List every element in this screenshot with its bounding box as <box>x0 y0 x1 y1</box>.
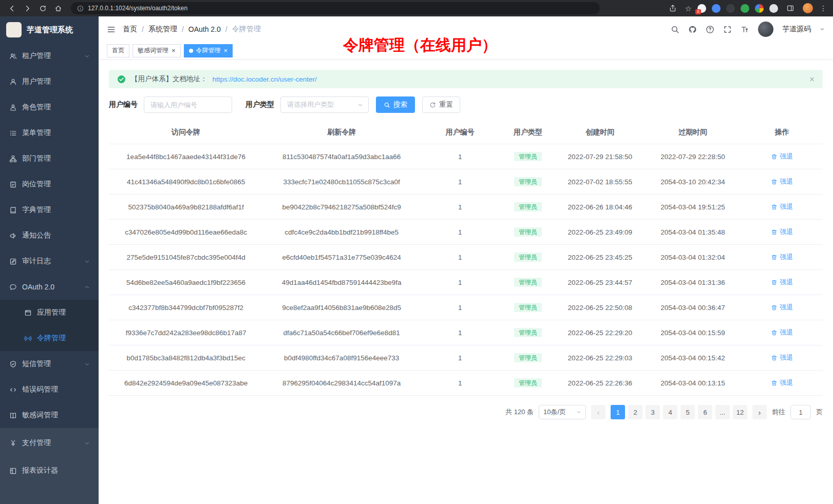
help-icon[interactable] <box>706 25 714 34</box>
expire-time-cell: 2054-03-04 01:31:36 <box>644 270 741 295</box>
browser-menu-icon[interactable]: ⋮ <box>819 4 828 12</box>
page-size-select[interactable]: 10条/页 <box>539 405 586 419</box>
force-logout-button[interactable]: 强退 <box>771 253 793 262</box>
user-id-input[interactable] <box>144 96 232 113</box>
tabs-bar: 首页 敏感词管理 × 令牌管理 × <box>99 42 833 60</box>
sensitive-icon <box>9 411 17 419</box>
back-icon[interactable] <box>5 2 18 15</box>
sidebar-item-menu[interactable]: 菜单管理 <box>0 120 99 146</box>
refresh-token-cell: 333ecfc71e02480cb11055c875c3ca0f <box>263 169 420 194</box>
force-logout-button[interactable]: 强退 <box>771 227 793 237</box>
force-logout-button[interactable]: 强退 <box>771 152 793 161</box>
extension-icon[interactable] <box>755 4 764 13</box>
breadcrumb-item[interactable]: 系统管理 <box>148 25 177 34</box>
user-type-badge: 管理员 <box>514 378 542 387</box>
fullscreen-icon[interactable] <box>723 25 732 34</box>
actions-cell: 强退 <box>742 195 823 219</box>
side-panel-icon[interactable] <box>784 2 797 15</box>
caret-down-icon[interactable] <box>820 27 825 32</box>
pager-page-button[interactable]: 6 <box>698 405 712 419</box>
search-button[interactable]: 搜索 <box>376 96 415 113</box>
page-content: 【用户体系】文档地址： https://doc.iocoder.cn/user-… <box>99 60 833 504</box>
sidebar-item-errorcode[interactable]: 错误码管理 <box>0 377 99 402</box>
browser-profile-avatar[interactable] <box>803 3 813 13</box>
pager-page-button[interactable]: 4 <box>663 405 677 419</box>
sidebar-item-user[interactable]: 用户管理 <box>0 69 99 94</box>
sidebar-item-sms[interactable]: 短信管理 <box>0 351 99 377</box>
pager-page-button[interactable]: 2 <box>628 405 642 419</box>
sidebar-item-tenant[interactable]: 租户管理 <box>0 43 99 69</box>
alert-text: 【用户体系】文档地址： <box>131 74 207 84</box>
sidebar-item-dict[interactable]: 字典管理 <box>0 197 99 223</box>
doc-link[interactable]: https://doc.iocoder.cn/user-center/ <box>213 75 317 83</box>
force-logout-button[interactable]: 强退 <box>771 328 793 337</box>
breadcrumb: 首页/ 系统管理/ OAuth 2.0/ 令牌管理 <box>123 25 261 34</box>
github-icon[interactable] <box>688 25 697 34</box>
sidebar-item-notice[interactable]: 通知公告 <box>0 223 99 248</box>
breadcrumb-item[interactable]: OAuth 2.0 <box>188 25 221 33</box>
user-id-cell: 1 <box>420 245 500 269</box>
user-id-label: 用户编号 <box>109 100 138 109</box>
sidebar-item-log[interactable]: 审计日志 <box>0 248 99 274</box>
collapse-menu-icon[interactable] <box>107 25 116 34</box>
force-logout-button[interactable]: 强退 <box>771 278 793 287</box>
tab-sensitive-words[interactable]: 敏感词管理 × <box>132 44 181 57</box>
force-logout-button[interactable]: 强退 <box>771 303 793 312</box>
sidebar-item-app[interactable]: 应用管理 <box>0 300 99 325</box>
tab-token[interactable]: 令牌管理 × <box>184 44 233 57</box>
breadcrumb-item[interactable]: 首页 <box>123 25 137 34</box>
user-type-select[interactable]: 请选择用户类型 <box>280 96 369 113</box>
user-type-cell: 管理员 <box>500 270 556 295</box>
tab-home[interactable]: 首页 <box>107 44 129 57</box>
url-bar[interactable]: 127.0.0.1:1024/system/oauth2/token <box>71 2 600 14</box>
table-row: 41c41346a548490f9dc8b01c6bfe0865333ecfc7… <box>109 169 823 195</box>
force-logout-button[interactable]: 强退 <box>771 202 793 211</box>
user-name[interactable]: 芋道源码 <box>782 25 811 34</box>
table-row: f9336e7c7dd242a283ee98dc86b17a87dfa6c71a… <box>109 320 823 345</box>
user-avatar[interactable] <box>758 22 773 37</box>
sidebar-item-report[interactable]: 报表设计器 <box>0 457 99 484</box>
next-page-button[interactable]: › <box>752 405 767 419</box>
pager-page-button[interactable]: 3 <box>646 405 660 419</box>
extension-icon[interactable]: 0 <box>697 4 706 13</box>
reload-icon[interactable] <box>36 2 49 15</box>
actions-cell: 强退 <box>742 220 823 244</box>
sidebar-item-pay[interactable]: 支付管理 <box>0 429 99 457</box>
extension-icon[interactable] <box>769 4 778 13</box>
font-size-icon[interactable] <box>741 25 749 34</box>
success-check-icon <box>117 75 126 84</box>
sidebar-item-oauth[interactable]: OAuth 2.0 <box>0 274 99 300</box>
prev-page-button[interactable]: ‹ <box>591 405 605 419</box>
table-row: b0d1785bc3a8482f812db4a3f3bd15ecb0df4980… <box>109 345 823 371</box>
goto-page-input[interactable] <box>790 405 811 419</box>
home-icon[interactable] <box>51 2 65 15</box>
app-logo-row[interactable]: 芋道管理系统 <box>0 16 99 43</box>
expire-time-cell: 2054-03-04 00:36:47 <box>644 295 741 320</box>
pager-page-button[interactable]: 12 <box>733 405 747 419</box>
pager-page-button[interactable]: 5 <box>680 405 695 419</box>
share-icon[interactable] <box>666 2 679 15</box>
search-icon[interactable] <box>671 25 679 34</box>
close-icon[interactable]: × <box>172 47 176 54</box>
extension-badge: 0 <box>695 9 701 14</box>
sidebar-item-post[interactable]: 岗位管理 <box>0 171 99 197</box>
close-icon[interactable]: × <box>224 47 228 54</box>
user-id-cell: 1 <box>420 195 500 219</box>
user-id-cell: 1 <box>420 320 500 345</box>
sidebar-item-role[interactable]: 角色管理 <box>0 94 99 120</box>
extension-icon[interactable] <box>726 4 735 13</box>
force-logout-button[interactable]: 强退 <box>771 378 793 387</box>
force-logout-button[interactable]: 强退 <box>771 177 793 186</box>
forward-icon[interactable] <box>21 2 34 15</box>
sidebar-item-sensitive[interactable]: 敏感词管理 <box>0 402 99 428</box>
sidebar-item-token[interactable]: 令牌管理 <box>0 325 99 351</box>
sidebar-item-dept[interactable]: 部门管理 <box>0 146 99 171</box>
reset-button[interactable]: 重置 <box>422 96 460 113</box>
extension-icon[interactable] <box>712 4 721 13</box>
pager-page-button[interactable]: 1 <box>611 405 625 419</box>
close-icon[interactable]: × <box>809 75 815 84</box>
bookmark-star-icon[interactable]: ☆ <box>685 5 692 12</box>
force-logout-button[interactable]: 强退 <box>771 353 793 362</box>
extension-icon[interactable] <box>741 4 749 13</box>
pager-more-button[interactable]: ... <box>715 405 730 419</box>
